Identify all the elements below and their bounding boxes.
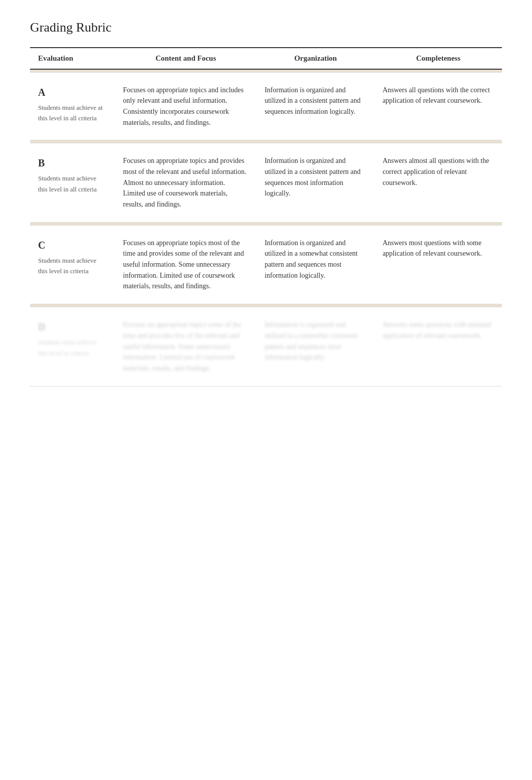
content-cell: Focuses on appropriate topics and provid…: [115, 143, 257, 222]
evaluation-cell: B Students must achieve this level in al…: [30, 143, 115, 222]
completeness-cell: Answers all questions with the correct a…: [375, 72, 502, 140]
content-cell: Focuses on appropriate topics and includ…: [115, 72, 257, 140]
completeness-cell: Answers some questions with minimal appl…: [375, 307, 502, 386]
organization-cell: Information is organized and utilized in…: [256, 72, 375, 140]
table-row: B Students must achieve this level in al…: [30, 143, 502, 222]
completeness-cell: Answers almost all questions with the co…: [375, 143, 502, 222]
content-cell: Focuses on appropriate topics most of th…: [115, 225, 257, 304]
table-row: A Students must achieve at this level in…: [30, 72, 502, 140]
col-completeness: Completeness: [375, 48, 502, 69]
organization-cell: Information is organized and utilized in…: [256, 225, 375, 304]
grade-label: D: [38, 319, 107, 335]
page-title: Grading Rubric: [30, 20, 502, 35]
grade-label: B: [38, 155, 107, 171]
rubric-table: Evaluation Content and Focus Organizatio…: [30, 47, 502, 386]
completeness-cell: Answers most questions with some applica…: [375, 225, 502, 304]
col-organization: Organization: [256, 48, 375, 69]
grade-subtext: Students must achieve at this level in a…: [38, 104, 103, 122]
evaluation-cell: D Students must achieve this level in cr…: [30, 307, 115, 386]
grade-label: C: [38, 238, 107, 253]
evaluation-cell: A Students must achieve at this level in…: [30, 72, 115, 140]
grade-subtext: Students must achieve this level in crit…: [38, 257, 96, 275]
grade-subtext: Students must achieve this level in all …: [38, 174, 97, 193]
organization-cell: Information is organized and utilized in…: [256, 143, 375, 222]
content-cell: Focuses on appropriate topics some of th…: [115, 307, 257, 386]
table-row: D Students must achieve this level in cr…: [30, 307, 502, 386]
col-content: Content and Focus: [115, 48, 257, 69]
organization-cell: Information is organized and utilized in…: [256, 307, 375, 386]
table-row: C Students must achieve this level in cr…: [30, 225, 502, 304]
grade-subtext: Students must achieve this level in crit…: [38, 338, 96, 357]
grade-label: A: [38, 85, 107, 100]
evaluation-cell: C Students must achieve this level in cr…: [30, 225, 115, 304]
col-evaluation: Evaluation: [30, 48, 115, 69]
